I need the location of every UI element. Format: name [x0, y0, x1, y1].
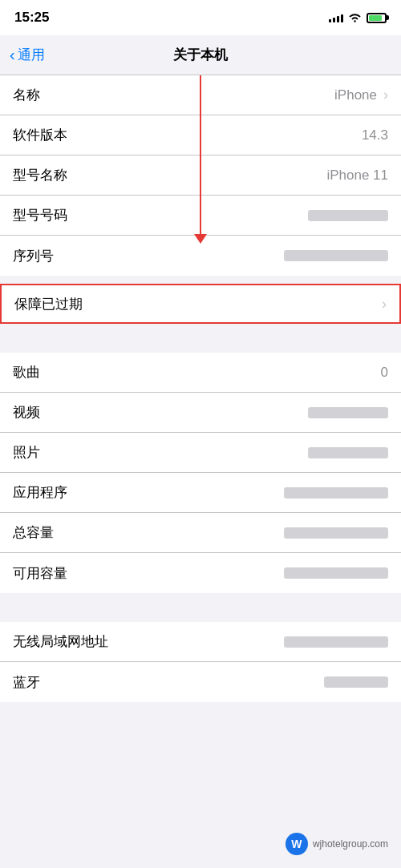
row-model-name-value: iPhone 11	[326, 168, 388, 184]
row-wifi-address: 无线局域网地址	[0, 622, 401, 662]
arrow-indicator	[194, 75, 207, 244]
blurred-bluetooth	[324, 676, 388, 688]
row-model-number-value	[308, 210, 388, 221]
row-serial-number-label: 序列号	[13, 247, 54, 265]
row-software-version-label: 软件版本	[13, 126, 67, 144]
row-bluetooth-value	[324, 676, 388, 688]
row-photos-value	[308, 447, 388, 458]
row-model-name-label: 型号名称	[13, 166, 67, 184]
row-available-capacity: 可用容量	[0, 553, 401, 593]
row-photos-label: 照片	[13, 443, 40, 462]
row-model-number-label: 型号号码	[13, 206, 67, 224]
row-videos-label: 视频	[13, 403, 40, 422]
row-wifi-address-label: 无线局域网地址	[13, 632, 108, 651]
row-apps-label: 应用程序	[13, 483, 67, 502]
row-available-capacity-label: 可用容量	[13, 564, 67, 583]
section-gap-3	[0, 593, 401, 622]
row-name-label: 名称	[13, 86, 40, 104]
row-total-capacity-label: 总容量	[13, 523, 54, 542]
row-photos: 照片	[0, 433, 401, 473]
watermark-text: wjhotelgroup.com	[313, 838, 388, 850]
row-apps-value	[284, 487, 388, 499]
section-gap-1	[0, 276, 401, 284]
warranty-chevron-icon: ›	[382, 296, 387, 313]
blurred-model-number	[308, 210, 388, 221]
arrow-head	[194, 234, 207, 244]
back-chevron-icon: ‹	[10, 46, 15, 64]
row-songs-value: 0	[381, 365, 388, 381]
blurred-total-capacity	[284, 527, 388, 539]
row-available-capacity-value	[284, 567, 388, 579]
blurred-wifi-address	[284, 636, 388, 648]
row-songs: 歌曲 0	[0, 353, 401, 393]
battery-icon	[367, 13, 387, 23]
row-total-capacity: 总容量	[0, 513, 401, 553]
nav-back-button[interactable]: ‹ 通用	[10, 46, 45, 64]
chevron-icon: ›	[383, 87, 388, 103]
blurred-apps	[284, 487, 388, 499]
nav-back-label: 通用	[18, 46, 45, 64]
blurred-photos	[308, 447, 388, 458]
row-videos: 视频	[0, 393, 401, 433]
row-warranty-value: ›	[379, 296, 387, 313]
row-total-capacity-value	[284, 527, 388, 539]
blurred-videos	[308, 407, 388, 418]
status-icons	[329, 13, 387, 23]
nav-bar: ‹ 通用 关于本机	[0, 35, 401, 75]
wifi-icon	[348, 13, 362, 23]
row-bluetooth-label: 蓝牙	[13, 673, 40, 692]
blurred-available-capacity	[284, 567, 388, 579]
signal-icon	[329, 13, 343, 22]
row-songs-label: 歌曲	[13, 363, 40, 382]
row-apps: 应用程序	[0, 473, 401, 513]
row-wifi-address-value	[284, 636, 388, 648]
watermark-logo: W	[286, 833, 308, 855]
section-storage-info: 歌曲 0 视频 照片 应用程序 总容量 可用容量	[0, 353, 401, 593]
section-network-info: 无线局域网地址 蓝牙	[0, 622, 401, 702]
status-time: 15:25	[14, 10, 49, 26]
row-name-value: iPhone ›	[334, 87, 388, 103]
status-bar: 15:25	[0, 0, 401, 35]
watermark: W wjhotelgroup.com	[286, 833, 388, 855]
row-videos-value	[308, 407, 388, 418]
arrow-line	[200, 75, 201, 236]
row-serial-number-value	[284, 250, 388, 261]
blurred-serial-number	[284, 250, 388, 261]
row-software-version-value: 14.3	[362, 127, 388, 143]
section-gap-2	[0, 324, 401, 353]
row-warranty-label: 保障已过期	[14, 295, 83, 313]
battery-fill	[369, 15, 382, 21]
row-warranty-expired[interactable]: 保障已过期 ›	[0, 284, 401, 324]
row-bluetooth: 蓝牙	[0, 662, 401, 702]
nav-title: 关于本机	[173, 46, 228, 64]
